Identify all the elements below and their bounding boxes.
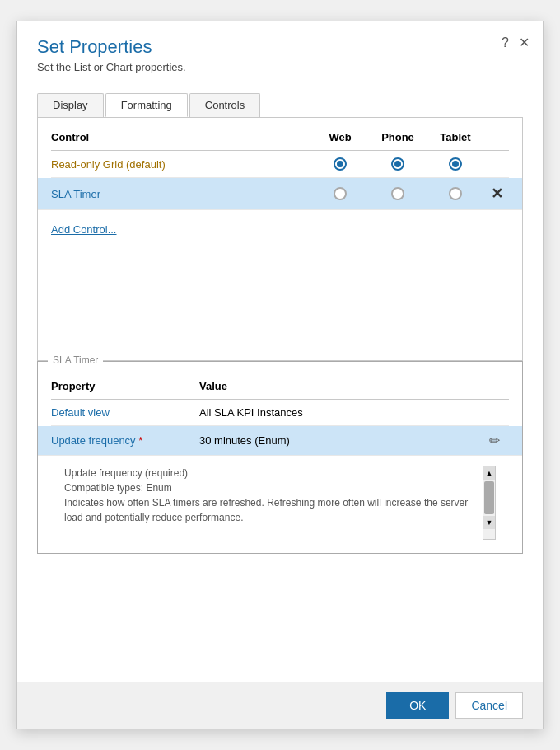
ok-button[interactable]: OK — [386, 692, 449, 719]
radio-web-0[interactable] — [334, 157, 347, 171]
radio-cell-tablet-1[interactable] — [427, 187, 484, 200]
header-tablet: Tablet — [427, 131, 484, 143]
scrollbar-thumb[interactable] — [484, 481, 494, 514]
val-update-frequency: 30 minutes (Enum) — [199, 434, 479, 447]
radio-phone-1[interactable] — [391, 187, 404, 200]
dialog-header: Set Properties Set the List or Chart pro… — [17, 21, 543, 82]
sla-table-row: Default view All SLA KPI Instances — [51, 400, 509, 426]
radio-cell-phone-1[interactable] — [369, 187, 427, 200]
sla-header-value: Value — [199, 380, 509, 392]
scrollbar-down-button[interactable]: ▼ — [483, 516, 495, 529]
sla-table-header: Property Value — [51, 380, 509, 400]
radio-tablet-0[interactable] — [449, 157, 462, 171]
controls-table: Control Web Phone Tablet Read-only Grid … — [38, 118, 522, 217]
sla-header-property: Property — [51, 380, 199, 392]
radio-cell-phone-0[interactable] — [369, 157, 427, 171]
tabs-area: Display Formatting Controls — [17, 82, 543, 117]
tabs: Display Formatting Controls — [37, 93, 523, 117]
dialog-top-controls: ? ✕ — [502, 35, 530, 50]
prop-default-view: Default view — [51, 406, 199, 419]
sla-table-row: Update frequency * 30 minutes (Enum) ✏ — [38, 426, 522, 456]
edit-update-frequency-button[interactable]: ✏ — [479, 433, 509, 448]
readonly-grid-link[interactable]: Read-only Grid (default) — [51, 158, 166, 171]
dialog-title: Set Properties — [37, 36, 523, 58]
scrollbar-up-button[interactable]: ▲ — [483, 466, 495, 480]
tab-controls[interactable]: Controls — [189, 93, 260, 117]
dialog-subtitle: Set the List or Chart properties. — [37, 61, 523, 73]
radio-tablet-1[interactable] — [449, 187, 462, 200]
radio-phone-0[interactable] — [391, 157, 404, 171]
header-delete — [484, 131, 509, 143]
control-name-sla: SLA Timer — [51, 188, 311, 200]
prop-update-freq-label: Update frequency — [51, 434, 136, 447]
required-asterisk: * — [138, 434, 142, 447]
add-control-link[interactable]: Add Control... — [51, 223, 117, 236]
controls-table-header: Control Web Phone Tablet — [51, 131, 509, 151]
sla-table: Property Value Default view All SLA KPI … — [38, 362, 522, 553]
header-web: Web — [311, 131, 369, 143]
sla-timer-section: SLA Timer Property Value Default view Al… — [37, 361, 523, 554]
tab-display[interactable]: Display — [37, 93, 104, 117]
close-icon[interactable]: ✕ — [519, 35, 530, 50]
scrollbar[interactable]: ▲ ▼ — [483, 466, 496, 540]
description-text: Update frequency (required) Compatible t… — [64, 466, 483, 540]
delete-sla-button[interactable]: ✕ — [484, 185, 509, 203]
sla-timer-legend: SLA Timer — [48, 354, 103, 366]
tab-formatting[interactable]: Formatting — [105, 93, 188, 117]
control-name-readonly: Read-only Grid (default) — [51, 158, 311, 171]
header-control: Control — [51, 131, 311, 143]
table-row: Read-only Grid (default) — [51, 151, 509, 178]
tab-content-formatting: Control Web Phone Tablet Read-only Grid … — [37, 117, 523, 361]
radio-cell-tablet-0[interactable] — [427, 157, 484, 171]
help-icon[interactable]: ? — [502, 35, 509, 50]
cancel-button[interactable]: Cancel — [455, 692, 523, 719]
dialog-footer: OK Cancel — [17, 682, 543, 729]
radio-web-1[interactable] — [334, 187, 347, 200]
spacer — [17, 567, 543, 682]
description-box: Update frequency (required) Compatible t… — [64, 466, 496, 540]
val-default-view: All SLA KPI Instances — [199, 406, 479, 419]
set-properties-dialog: Set Properties Set the List or Chart pro… — [16, 21, 544, 729]
prop-update-frequency: Update frequency * — [51, 434, 199, 447]
radio-cell-web-1[interactable] — [311, 187, 369, 200]
table-row: SLA Timer ✕ — [38, 178, 522, 210]
header-phone: Phone — [369, 131, 427, 143]
radio-cell-web-0[interactable] — [311, 157, 369, 171]
